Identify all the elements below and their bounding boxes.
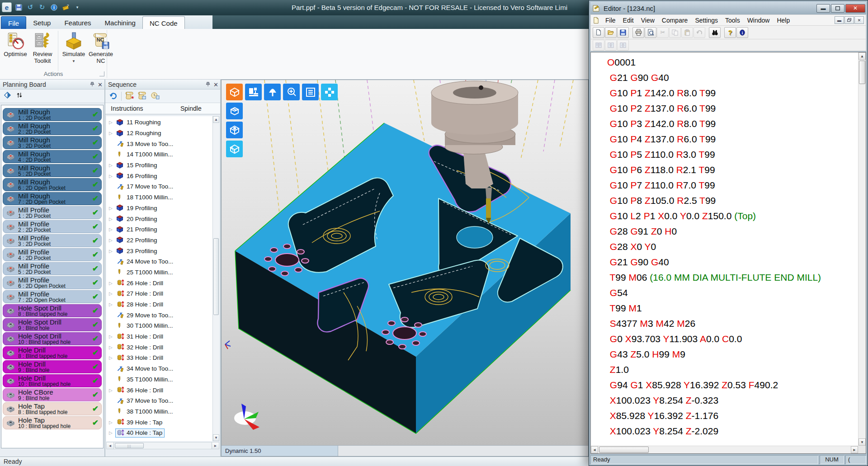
- list-view-button[interactable]: [302, 84, 319, 100]
- paste-button[interactable]: [681, 27, 693, 38]
- sequence-item[interactable]: ▷36 Hole : Drill: [106, 385, 212, 395]
- solid-view-button[interactable]: [226, 122, 243, 138]
- planning-item[interactable]: Mill Rough5 : 2D Pocket✔: [3, 164, 102, 177]
- sequence-item[interactable]: ▷23 Profiling: [106, 245, 212, 256]
- measure-help-icon[interactable]: ?: [61, 2, 71, 12]
- maximize-button[interactable]: [831, 4, 844, 13]
- copy-button[interactable]: [669, 27, 681, 38]
- sequence-item[interactable]: 24 Move to Too...: [106, 256, 212, 267]
- scroll-right-icon[interactable]: ►: [851, 446, 858, 453]
- menu-tools[interactable]: Tools: [722, 17, 744, 24]
- sequence-vertical-scrollbar[interactable]: ▲ ▼: [212, 116, 219, 441]
- tool-display-button[interactable]: [264, 84, 281, 100]
- planning-item[interactable]: Hole Drill10 : Blind tapped hole✔: [3, 374, 102, 387]
- expand-arrow-icon[interactable]: ▷: [109, 120, 115, 125]
- planning-item[interactable]: Mill Profile5 : 2D Pocket✔: [3, 262, 102, 275]
- scroll-down-icon[interactable]: ▼: [213, 434, 219, 441]
- sequence-doc-icon[interactable]: [138, 91, 147, 101]
- sequence-item[interactable]: ▷40 Hole : Tap: [106, 428, 212, 438]
- sequence-item[interactable]: ▷39 Hole : Tap: [106, 417, 212, 428]
- sequence-item[interactable]: ▷31 Hole : Drill: [106, 331, 212, 342]
- pin-icon[interactable]: [206, 81, 211, 88]
- zoom-dynamic-button[interactable]: [283, 84, 300, 100]
- sequence-star-icon[interactable]: ★: [125, 91, 134, 101]
- sequence-item[interactable]: 13 Move to Too...: [106, 138, 212, 149]
- sequence-item[interactable]: 14 T1000 Millin...: [106, 149, 212, 160]
- editor-horizontal-scrollbar[interactable]: ◄ ►: [591, 446, 858, 453]
- close-button[interactable]: ✕: [845, 4, 865, 13]
- editor-vertical-scrollbar[interactable]: ▲ ▼: [858, 52, 866, 446]
- sequence-item[interactable]: ▷32 Hole : Drill: [106, 342, 212, 353]
- save-icon[interactable]: [14, 2, 24, 12]
- mdi-minimize-icon[interactable]: ▬: [835, 16, 844, 24]
- sequence-item[interactable]: ▷16 Profiling: [106, 170, 212, 181]
- sequence-item[interactable]: ▷12 Roughing: [106, 128, 212, 139]
- sequence-item[interactable]: 18 T1000 Millin...: [106, 192, 212, 203]
- mdi-restore-icon[interactable]: [844, 16, 854, 24]
- planning-item[interactable]: Hole Drill9 : Blind hole✔: [3, 360, 102, 373]
- sequence-item[interactable]: ▷28 Hole : Drill: [106, 299, 212, 310]
- expand-arrow-icon[interactable]: ▷: [109, 174, 115, 179]
- planning-item[interactable]: Hole Tap10 : Blind tapped hole✔: [3, 416, 102, 429]
- column-instructions[interactable]: Instructions: [111, 105, 143, 112]
- expand-arrow-icon[interactable]: ▷: [109, 291, 115, 296]
- menu-file[interactable]: File: [602, 17, 619, 24]
- planning-item[interactable]: Hole Drill8 : Blind tapped hole✔: [3, 346, 102, 359]
- planning-item[interactable]: Mill Profile7 : 2D Open Pocket✔: [3, 290, 102, 303]
- expand-arrow-icon[interactable]: ▷: [109, 227, 115, 232]
- expand-arrow-icon[interactable]: ▷: [109, 430, 115, 435]
- expand-arrow-icon[interactable]: ▷: [109, 355, 115, 360]
- scroll-up-icon[interactable]: ▲: [213, 116, 219, 123]
- scroll-left-icon[interactable]: ◄: [107, 442, 114, 449]
- sequence-item[interactable]: 25 T1000 Millin...: [106, 267, 212, 278]
- menu-edit[interactable]: Edit: [619, 17, 637, 24]
- new-file-button[interactable]: [593, 27, 604, 38]
- expand-arrow-icon[interactable]: ▷: [109, 420, 115, 425]
- tab-setup[interactable]: Setup: [26, 16, 57, 29]
- about-button[interactable]: i: [736, 27, 748, 38]
- open-box-view-button[interactable]: [226, 103, 243, 119]
- app-logo-icon[interactable]: e: [2, 2, 12, 12]
- sequence-item[interactable]: ▷15 Profiling: [106, 160, 212, 171]
- expand-arrow-icon[interactable]: ▷: [109, 217, 115, 221]
- compare-next-button[interactable]: [605, 40, 617, 51]
- planning-item[interactable]: Hole Spot Drill10 : Blind tapped hole✔: [3, 332, 102, 345]
- expand-arrow-icon[interactable]: ▷: [109, 249, 115, 254]
- sequence-item[interactable]: 37 Move to Too...: [106, 395, 212, 406]
- planning-item[interactable]: Mill Rough4 : 2D Pocket✔: [3, 150, 102, 163]
- expand-arrow-icon[interactable]: ▷: [109, 388, 115, 393]
- expand-arrow-icon[interactable]: ▷: [109, 281, 115, 286]
- expand-arrow-icon[interactable]: ▷: [109, 334, 115, 339]
- planning-item[interactable]: Mill Rough1 : 2D Pocket✔: [3, 108, 102, 121]
- planning-item[interactable]: Mill Rough7 : 2D Open Pocket✔: [3, 192, 102, 205]
- menu-compare[interactable]: Compare: [658, 17, 692, 24]
- sequence-item[interactable]: 35 T1000 Millin...: [106, 374, 212, 385]
- scroll-left-icon[interactable]: ◄: [591, 446, 598, 453]
- print-preview-button[interactable]: [645, 27, 656, 38]
- tab-features[interactable]: Features: [57, 16, 98, 29]
- scroll-up-icon[interactable]: ▲: [859, 52, 866, 60]
- sequence-item[interactable]: 34 Move to Too...: [106, 363, 212, 374]
- pin-icon[interactable]: [90, 81, 95, 88]
- sequence-item[interactable]: ▷22 Profiling: [106, 235, 212, 246]
- planning-item[interactable]: Mill Profile6 : 2D Open Pocket✔: [3, 276, 102, 289]
- expand-arrow-icon[interactable]: ▷: [109, 345, 115, 350]
- planning-item[interactable]: Hole Spot Drill8 : Blind tapped hole✔: [3, 304, 102, 317]
- nc-code-area[interactable]: O0001 G21 G90 G40 G10 P1 Z142.0 R8.0 T99…: [590, 52, 866, 454]
- menu-window[interactable]: Window: [744, 17, 774, 24]
- expand-arrow-icon[interactable]: ▷: [109, 131, 115, 136]
- translucent-view-button[interactable]: [226, 141, 243, 157]
- viewport-3d-view[interactable]: [222, 80, 588, 445]
- planning-item[interactable]: Mill Profile1 : 2D Pocket✔: [3, 206, 102, 219]
- expand-arrow-icon[interactable]: ▷: [109, 206, 115, 211]
- sequence-time-icon[interactable]: [151, 91, 160, 101]
- save-file-button[interactable]: [617, 27, 629, 38]
- sequence-item[interactable]: ▷27 Hole : Drill: [106, 288, 212, 299]
- sequence-item[interactable]: ▷33 Hole : Drill: [106, 353, 212, 363]
- shading-mode-button[interactable]: [226, 84, 243, 100]
- sequence-item[interactable]: ▷19 Profiling: [106, 203, 212, 214]
- expand-arrow-icon[interactable]: ▷: [109, 238, 115, 243]
- tab-machining[interactable]: Machining: [98, 16, 142, 29]
- scrollbar-thumb[interactable]: |||: [115, 443, 144, 448]
- cut-button[interactable]: ✂: [657, 27, 669, 38]
